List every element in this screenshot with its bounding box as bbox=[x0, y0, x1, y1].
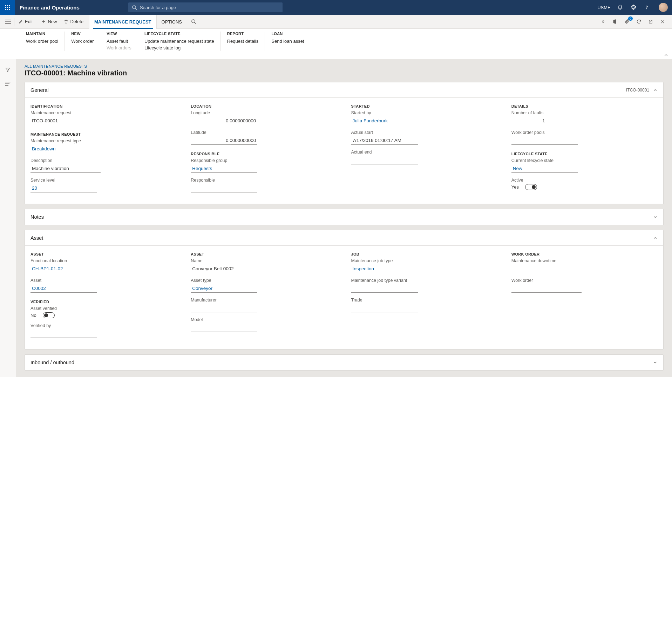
active-toggle[interactable] bbox=[525, 184, 537, 190]
ribbon-group-maintain: MAINTAIN Work order pool bbox=[20, 32, 65, 51]
section-general-header[interactable]: General ITCO-00001 bbox=[25, 82, 663, 98]
company-selector[interactable]: USMF bbox=[597, 5, 610, 10]
ribbon-collapse-button[interactable] bbox=[664, 53, 668, 57]
pencil-icon bbox=[19, 19, 23, 24]
lon-field[interactable] bbox=[191, 117, 257, 125]
resp-group-field[interactable] bbox=[191, 164, 257, 173]
ribbon-title-maintain: MAINTAIN bbox=[26, 32, 58, 36]
refresh-icon bbox=[636, 19, 642, 24]
section-asset: Asset ASSET Functional location Asset bbox=[25, 230, 664, 349]
ribbon-item-update-state[interactable]: Update maintenance request state bbox=[144, 38, 214, 45]
variant-label: Maintenance job type variant bbox=[351, 278, 497, 283]
func-loc-field[interactable] bbox=[30, 265, 97, 273]
pools-field[interactable] bbox=[511, 136, 578, 145]
refresh-button[interactable] bbox=[636, 19, 642, 25]
filter-button[interactable] bbox=[5, 67, 11, 73]
wo-label: Work order bbox=[511, 278, 658, 283]
close-button[interactable] bbox=[659, 19, 666, 25]
responsible-field[interactable] bbox=[191, 184, 257, 192]
breadcrumb[interactable]: ALL MAINTENANCE REQUESTS bbox=[25, 64, 669, 68]
edit-button[interactable]: Edit bbox=[15, 17, 36, 26]
num-faults-field[interactable] bbox=[511, 117, 547, 125]
notes-title: Notes bbox=[30, 214, 44, 220]
jobtype-field[interactable] bbox=[351, 265, 418, 273]
model-field[interactable] bbox=[191, 324, 257, 332]
topbar: Finance and Operations USMF bbox=[0, 0, 672, 15]
plus-icon bbox=[41, 19, 46, 24]
settings-button[interactable] bbox=[630, 4, 637, 11]
notifications-button[interactable] bbox=[617, 4, 624, 11]
trade-field[interactable] bbox=[351, 304, 418, 312]
wo-field[interactable] bbox=[511, 284, 582, 293]
mfr-field[interactable] bbox=[191, 304, 257, 312]
attachments-button[interactable]: 0 bbox=[624, 19, 630, 25]
app-launcher-button[interactable] bbox=[0, 0, 15, 15]
section-general: General ITCO-00001 IDENTIFICATION Mainte… bbox=[25, 82, 664, 204]
ribbon-item-send-loan-asset[interactable]: Send loan asset bbox=[271, 38, 304, 45]
tab-options[interactable]: OPTIONS bbox=[157, 15, 187, 29]
ribbon-item-request-details[interactable]: Request details bbox=[227, 38, 259, 45]
lat-field[interactable] bbox=[191, 136, 257, 145]
cur-state-field[interactable] bbox=[511, 164, 578, 173]
started-by-label: Started by bbox=[351, 110, 497, 115]
verified-by-field[interactable] bbox=[30, 330, 97, 338]
user-avatar[interactable] bbox=[659, 3, 668, 12]
search-container[interactable] bbox=[128, 2, 283, 12]
maint-req-label: Maintenance request bbox=[30, 110, 177, 115]
service-level-label: Service level bbox=[30, 178, 177, 183]
asset-id-field[interactable] bbox=[30, 284, 97, 293]
personalize-button[interactable] bbox=[600, 19, 606, 25]
sect-verified: VERIFIED bbox=[30, 300, 177, 304]
office-button[interactable] bbox=[612, 19, 618, 25]
section-notes-header[interactable]: Notes bbox=[25, 209, 663, 225]
asset-verified-toggle[interactable] bbox=[43, 312, 55, 318]
ribbon-item-asset-fault[interactable]: Asset fault bbox=[107, 38, 131, 45]
sect-started: STARTED bbox=[351, 104, 497, 108]
search-input[interactable] bbox=[140, 5, 279, 10]
asset-verified-value: No bbox=[30, 313, 36, 318]
downtime-field[interactable] bbox=[511, 265, 582, 273]
new-button[interactable]: New bbox=[38, 17, 60, 26]
actual-end-field[interactable] bbox=[351, 156, 418, 164]
nav-toggle[interactable] bbox=[3, 20, 13, 24]
cur-state-label: Current lifecycle state bbox=[511, 158, 658, 163]
service-level-field[interactable] bbox=[30, 184, 97, 192]
variant-field[interactable] bbox=[351, 284, 418, 293]
actual-start-field[interactable] bbox=[351, 136, 418, 145]
gear-icon bbox=[631, 5, 637, 11]
office-icon bbox=[612, 19, 618, 24]
asset-name-field[interactable] bbox=[191, 265, 250, 273]
hamburger-icon bbox=[5, 20, 11, 24]
asset-type-label: Asset type bbox=[191, 278, 337, 283]
active-value: Yes bbox=[511, 184, 519, 190]
section-inout-header[interactable]: Inbound / outbound bbox=[25, 355, 663, 370]
section-asset-header[interactable]: Asset bbox=[25, 230, 663, 246]
asset-type-field[interactable] bbox=[191, 284, 257, 293]
maint-req-type-field[interactable] bbox=[30, 145, 97, 153]
section-inbound-outbound: Inbound / outbound bbox=[25, 354, 664, 371]
svg-rect-5 bbox=[9, 7, 10, 8]
ribbon-title-view: VIEW bbox=[107, 32, 131, 36]
ribbon-item-work-order[interactable]: Work order bbox=[71, 38, 94, 45]
svg-rect-7 bbox=[7, 9, 8, 10]
ribbon-item-work-orders: Work orders bbox=[107, 45, 131, 51]
maint-req-field[interactable] bbox=[30, 117, 97, 125]
svg-rect-4 bbox=[7, 7, 8, 8]
ribbon-item-work-order-pool[interactable]: Work order pool bbox=[26, 38, 58, 45]
diamond-icon bbox=[600, 19, 606, 24]
ribbon-title-lifecycle: LIFECYCLE STATE bbox=[144, 32, 214, 36]
asset-verified-label: Asset verified bbox=[30, 306, 177, 311]
started-by-field[interactable] bbox=[351, 117, 418, 125]
related-info-button[interactable] bbox=[5, 82, 11, 88]
ribbon-item-state-log[interactable]: Lifecycle state log bbox=[144, 45, 214, 51]
popout-button[interactable] bbox=[647, 19, 654, 25]
ribbon-group-loan: LOAN Send loan asset bbox=[265, 32, 310, 51]
help-button[interactable] bbox=[643, 4, 650, 11]
close-icon bbox=[660, 19, 665, 24]
inout-title: Inbound / outbound bbox=[30, 360, 74, 365]
delete-button[interactable]: Delete bbox=[60, 17, 87, 26]
description-field[interactable] bbox=[30, 164, 101, 173]
tab-search-button[interactable] bbox=[187, 15, 201, 29]
asset-name-label: Name bbox=[191, 258, 337, 263]
tab-maintenance-request[interactable]: MAINTENANCE REQUEST bbox=[89, 15, 157, 29]
